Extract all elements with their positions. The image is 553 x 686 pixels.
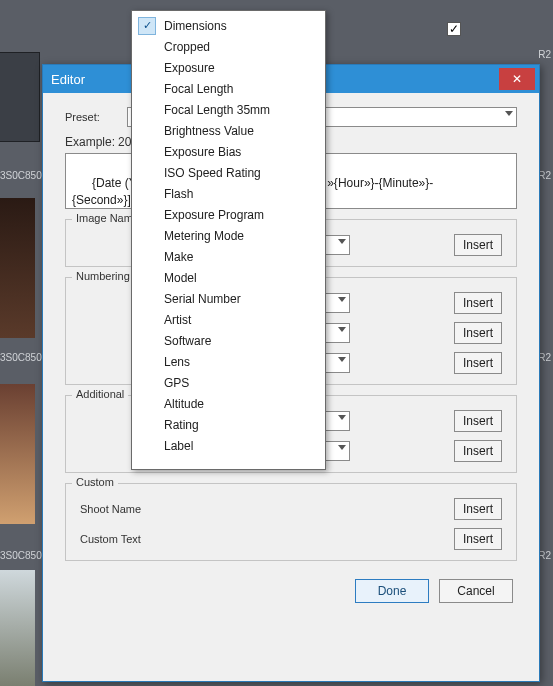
dropdown-item-label: Flash xyxy=(164,187,317,201)
bg-filename-trunc: 3S0C850 xyxy=(0,352,42,363)
insert-button[interactable]: Insert xyxy=(454,410,502,432)
bg-thumbnail xyxy=(0,52,40,142)
insert-button[interactable]: Insert xyxy=(454,322,502,344)
dropdown-item[interactable]: Brightness Value xyxy=(134,120,323,141)
dropdown-item-label: Focal Length xyxy=(164,82,317,96)
chevron-down-icon xyxy=(338,239,346,244)
check-icon xyxy=(138,59,156,77)
bg-filename-trunc: R2 xyxy=(538,352,551,363)
dropdown-item[interactable]: GPS xyxy=(134,372,323,393)
dropdown-item[interactable]: Flash xyxy=(134,183,323,204)
check-icon xyxy=(138,122,156,140)
dropdown-item[interactable]: Exposure xyxy=(134,57,323,78)
dropdown-item-label: Metering Mode xyxy=(164,229,317,243)
bg-thumbnail-image xyxy=(0,384,35,524)
dropdown-item[interactable]: Metering Mode xyxy=(134,225,323,246)
dropdown-item[interactable]: Exposure Program xyxy=(134,204,323,225)
insert-button[interactable]: Insert xyxy=(454,352,502,374)
dropdown-item[interactable]: ✓Dimensions xyxy=(134,15,323,36)
check-icon xyxy=(138,80,156,98)
cancel-button[interactable]: Cancel xyxy=(439,579,513,603)
dropdown-item-label: GPS xyxy=(164,376,317,390)
bg-filename-trunc: R2 xyxy=(538,550,551,561)
bg-filename-trunc: R2 xyxy=(538,49,551,60)
bg-checkbox[interactable]: ✓ xyxy=(447,22,461,36)
dropdown-item[interactable]: Software xyxy=(134,330,323,351)
group-custom: Custom Shoot Name Insert Custom Text Ins… xyxy=(65,483,517,561)
dropdown-item[interactable]: Lens xyxy=(134,351,323,372)
dropdown-item-label: Lens xyxy=(164,355,317,369)
dropdown-item[interactable]: Cropped xyxy=(134,36,323,57)
dropdown-item[interactable]: Exposure Bias xyxy=(134,141,323,162)
group-title: Additional xyxy=(72,388,128,400)
custom-text-label: Custom Text xyxy=(80,533,180,545)
dropdown-item-label: Dimensions xyxy=(164,19,317,33)
check-icon xyxy=(138,416,156,434)
insert-button[interactable]: Insert xyxy=(454,440,502,462)
check-icon xyxy=(138,185,156,203)
chevron-down-icon xyxy=(338,357,346,362)
dropdown-item-label: Exposure xyxy=(164,61,317,75)
dropdown-item[interactable]: Label xyxy=(134,435,323,456)
chevron-down-icon xyxy=(338,297,346,302)
dropdown-item-label: Brightness Value xyxy=(164,124,317,138)
check-icon: ✓ xyxy=(138,17,156,35)
dropdown-item-label: Software xyxy=(164,334,317,348)
insert-button[interactable]: Insert xyxy=(454,292,502,314)
close-icon: ✕ xyxy=(512,72,522,86)
example-label: Example: xyxy=(65,135,115,149)
dropdown-item-label: Serial Number xyxy=(164,292,317,306)
chevron-down-icon xyxy=(338,445,346,450)
chevron-down-icon xyxy=(338,415,346,420)
dropdown-item-label: Model xyxy=(164,271,317,285)
group-title: Custom xyxy=(72,476,118,488)
check-icon xyxy=(138,143,156,161)
chevron-down-icon xyxy=(505,111,513,116)
dropdown-popup: ✓DimensionsCroppedExposureFocal LengthFo… xyxy=(131,10,326,470)
check-icon xyxy=(138,269,156,287)
dropdown-item[interactable]: Focal Length xyxy=(134,78,323,99)
close-button[interactable]: ✕ xyxy=(499,68,535,90)
dropdown-item-label: Altitude xyxy=(164,397,317,411)
group-title: Numbering xyxy=(72,270,134,282)
dropdown-item-label: Exposure Program xyxy=(164,208,317,222)
bg-thumbnail-image xyxy=(0,198,35,338)
check-icon xyxy=(138,332,156,350)
done-button[interactable]: Done xyxy=(355,579,429,603)
check-icon xyxy=(138,101,156,119)
dropdown-item-label: ISO Speed Rating xyxy=(164,166,317,180)
insert-button[interactable]: Insert xyxy=(454,498,502,520)
dropdown-item[interactable]: Rating xyxy=(134,414,323,435)
shoot-name-label: Shoot Name xyxy=(80,503,180,515)
dropdown-item-label: Exposure Bias xyxy=(164,145,317,159)
dropdown-item-label: Focal Length 35mm xyxy=(164,103,317,117)
check-icon xyxy=(138,353,156,371)
dropdown-item[interactable]: Focal Length 35mm xyxy=(134,99,323,120)
check-icon xyxy=(138,311,156,329)
chevron-down-icon xyxy=(338,327,346,332)
preset-label: Preset: xyxy=(65,111,127,123)
check-icon xyxy=(138,227,156,245)
check-icon xyxy=(138,374,156,392)
dropdown-item[interactable]: ISO Speed Rating xyxy=(134,162,323,183)
dropdown-item-label: Rating xyxy=(164,418,317,432)
bg-filename-trunc: 3S0C850 xyxy=(0,170,42,181)
dropdown-item-label: Cropped xyxy=(164,40,317,54)
bg-thumbnail-image xyxy=(0,570,35,686)
dropdown-item-label: Make xyxy=(164,250,317,264)
insert-button[interactable]: Insert xyxy=(454,234,502,256)
insert-button[interactable]: Insert xyxy=(454,528,502,550)
dropdown-item[interactable]: Artist xyxy=(134,309,323,330)
dropdown-item-label: Label xyxy=(164,439,317,453)
check-icon xyxy=(138,290,156,308)
dropdown-item[interactable]: Make xyxy=(134,246,323,267)
bg-filename-trunc: 3S0C850 xyxy=(0,550,42,561)
check-icon xyxy=(138,395,156,413)
check-icon xyxy=(138,248,156,266)
dropdown-item[interactable]: Model xyxy=(134,267,323,288)
check-icon xyxy=(138,38,156,56)
dropdown-item[interactable]: Serial Number xyxy=(134,288,323,309)
dropdown-item-label: Artist xyxy=(164,313,317,327)
dropdown-item[interactable]: Altitude xyxy=(134,393,323,414)
check-icon xyxy=(138,437,156,455)
